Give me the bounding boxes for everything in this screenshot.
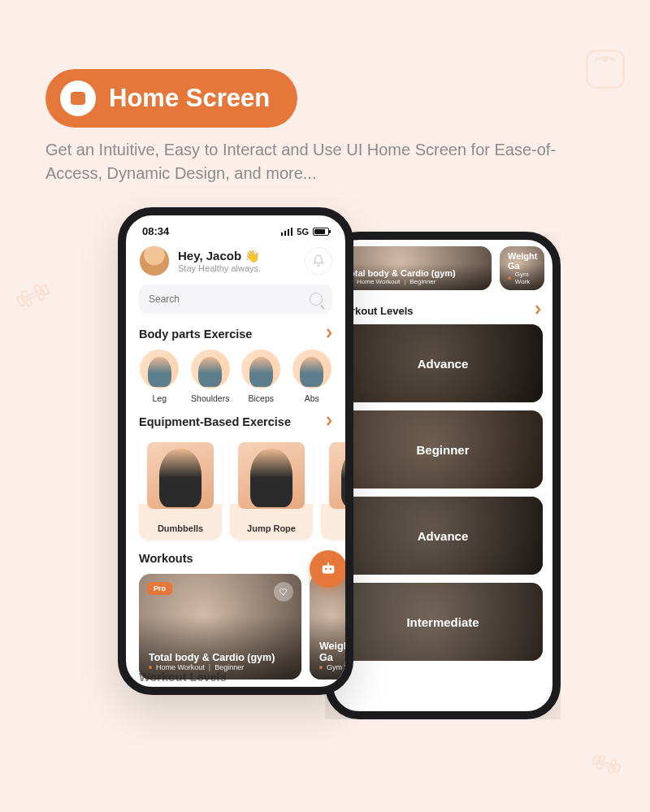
- workout-meta: Home Workout | Beginner: [149, 663, 275, 671]
- bodypart-item[interactable]: Abs: [288, 350, 336, 403]
- level-label: Beginner: [416, 443, 469, 457]
- equipment-card[interactable]: Kett: [321, 437, 345, 540]
- bodypart-image: [241, 350, 280, 389]
- status-bar: 08:34 5G: [126, 215, 345, 242]
- bodypart-image: [140, 350, 179, 389]
- section-header-bodyparts: Body parts Exercise: [126, 325, 345, 350]
- search-icon: [310, 293, 323, 306]
- bodypart-label: Abs: [288, 393, 336, 403]
- page-intro: Get an Intuitive, Easy to Interact and U…: [46, 138, 587, 185]
- phone-mockup-back: otal body & Cardio (gym) Home Workout | …: [325, 232, 561, 719]
- pro-badge: Pro: [147, 582, 172, 595]
- svg-point-13: [325, 568, 327, 571]
- search-input[interactable]: [149, 293, 303, 305]
- workout-card[interactable]: Weight Ga Gym Work: [500, 246, 544, 290]
- bodypart-item[interactable]: Shoulders: [187, 350, 235, 403]
- workout-name: Total body & Cardio (gym): [149, 652, 275, 663]
- level-label: Advance: [418, 529, 469, 543]
- search-field[interactable]: [139, 284, 332, 314]
- level-label: Intermediate: [406, 615, 479, 629]
- bodypart-label: Biceps: [237, 393, 285, 403]
- workout-meta: Home Workout | Beginner: [349, 278, 456, 285]
- chatbot-fab[interactable]: [310, 550, 345, 588]
- status-time: 08:34: [142, 225, 169, 237]
- equipment-image: [329, 442, 345, 509]
- chevron-right-icon[interactable]: [326, 415, 332, 429]
- chevron-right-icon[interactable]: [326, 327, 332, 341]
- greeting-text: Hey, Jacob 👋: [178, 249, 297, 263]
- workout-meta: Gym Work: [508, 271, 544, 285]
- bodypart-item[interactable]: Biceps: [237, 350, 285, 403]
- battery-icon: [313, 228, 329, 236]
- workout-card[interactable]: otal body & Cardio (gym) Home Workout | …: [341, 246, 492, 290]
- workout-card[interactable]: Weight Ga Gym Work: [310, 574, 345, 680]
- svg-rect-10: [587, 51, 624, 88]
- bodypart-label: Shoulders: [187, 393, 235, 403]
- bodypart-image: [191, 350, 230, 389]
- workout-card[interactable]: Pro Total body & Cardio (gym) Home Worko…: [139, 574, 301, 680]
- notifications-button[interactable]: [305, 247, 332, 275]
- equipment-label: Dumbbells: [158, 523, 203, 533]
- section-title: Workouts: [139, 552, 193, 565]
- network-label: 5G: [297, 227, 309, 237]
- workout-meta: Gym Work: [319, 663, 345, 671]
- workout-name: Weight Ga: [508, 251, 544, 271]
- signal-icon: [281, 228, 293, 236]
- workout-name: Weight Ga: [319, 640, 345, 663]
- phone-mockup-front: 08:34 5G Hey, Jacob 👋 Stay Healthy alway…: [118, 207, 353, 695]
- bodypart-item[interactable]: Leg: [136, 350, 184, 403]
- bg-scale-icon: [581, 45, 630, 105]
- favorite-button[interactable]: [274, 582, 293, 601]
- chevron-right-icon[interactable]: [535, 303, 541, 318]
- level-card[interactable]: Advance: [343, 324, 543, 402]
- workout-name: otal body & Cardio (gym): [349, 268, 456, 278]
- equipment-image: [147, 442, 214, 509]
- page-title-pill: Home Screen: [46, 69, 297, 128]
- page-title: Home Screen: [109, 84, 270, 113]
- section-header-levels: orkout Levels: [333, 298, 552, 324]
- equipment-image: [238, 442, 305, 509]
- equipment-card[interactable]: Jump Rope: [230, 437, 313, 540]
- section-title: Body parts Exercise: [139, 328, 252, 341]
- svg-rect-12: [323, 565, 335, 573]
- equipment-card[interactable]: Dumbbells: [139, 437, 222, 540]
- equipment-label: Jump Rope: [247, 523, 296, 533]
- avatar[interactable]: [139, 245, 170, 276]
- home-icon: [60, 80, 96, 116]
- section-title: Equipment-Based Exercise: [139, 415, 291, 428]
- bodypart-image: [292, 350, 332, 389]
- section-header-equipment: Equipment-Based Exercise: [126, 413, 345, 437]
- svg-point-14: [329, 568, 332, 571]
- svg-point-11: [604, 59, 607, 62]
- level-card[interactable]: Beginner: [343, 410, 543, 489]
- level-card[interactable]: Intermediate: [343, 583, 543, 661]
- level-label: Advance: [418, 357, 469, 371]
- svg-rect-15: [327, 562, 329, 566]
- section-title: orkout Levels: [344, 305, 414, 317]
- level-card[interactable]: Advance: [343, 497, 543, 575]
- greeting-subtext: Stay Healthy always.: [178, 263, 297, 273]
- bodypart-label: Leg: [136, 393, 184, 403]
- section-title-truncated: Workout Levels: [139, 671, 227, 684]
